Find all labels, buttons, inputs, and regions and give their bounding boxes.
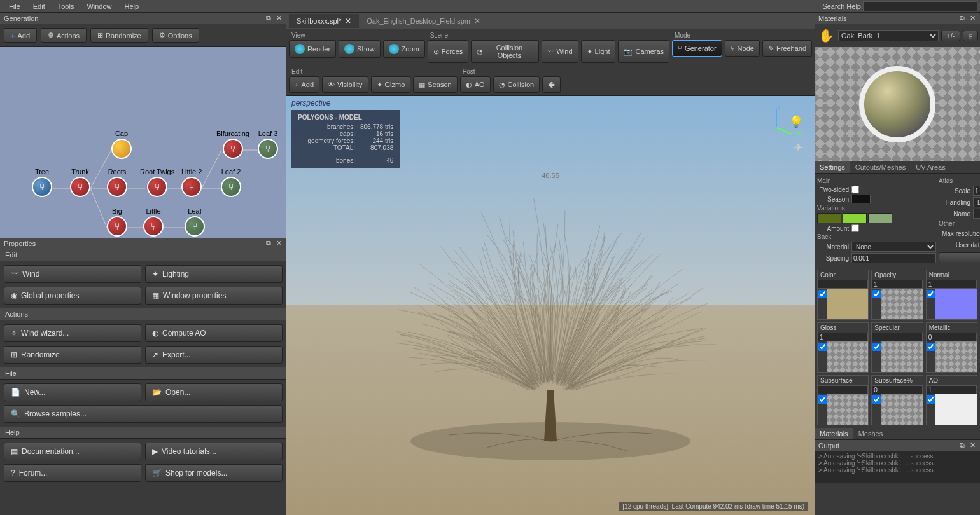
node-leaf3[interactable]: Leaf 3⑂ (258, 130, 278, 159)
map-slot-normal[interactable]: Normal1 (926, 270, 977, 320)
map-value[interactable] (818, 385, 868, 394)
light-button[interactable]: ✦Light (581, 40, 616, 63)
node-graph[interactable]: Tree⑂Trunk⑂Cap⑂Roots⑂Root Twigs⑂Little 2… (0, 47, 286, 238)
close-icon[interactable]: ✕ (345, 17, 351, 25)
randomize-button[interactable]: ⊞Randomize (4, 346, 141, 364)
viewport[interactable]: perspective POLYGONS - MODEL branches:80… (286, 96, 815, 515)
shop-button[interactable]: 🛒Shop for models... (145, 464, 283, 482)
tab-materials[interactable]: Materials (815, 428, 853, 439)
tutorials-button[interactable]: ▶Video tutorials... (145, 443, 283, 460)
map-slot-metallic[interactable]: Metallic0 (926, 322, 977, 373)
map-slot-subsurface[interactable]: Subsurface%0 (871, 375, 923, 425)
tab-file-1[interactable]: Skillboxxx.spl*✕ (289, 14, 359, 28)
generator-mode-button[interactable]: ⑂Generator (672, 40, 722, 57)
visibility-button[interactable]: 👁Visibility (322, 76, 368, 93)
season-swatch[interactable] (851, 195, 871, 203)
browse-samples-button[interactable]: 🔍Browse samples... (4, 405, 283, 423)
map-enable-checkbox[interactable] (927, 290, 935, 298)
back-spacing-input[interactable] (851, 253, 936, 263)
tab-settings[interactable]: Settings (815, 161, 850, 173)
season-button[interactable]: ▦Season (413, 76, 457, 93)
make-new-set-button[interactable]: Make New Set... (939, 252, 980, 263)
freehand-mode-button[interactable]: ✎Freehand (762, 40, 812, 57)
documentation-button[interactable]: ▤Documentation... (4, 443, 141, 460)
node-little2[interactable]: Little 2⑂ (181, 168, 202, 197)
handling-select[interactable]: Default (973, 197, 980, 207)
global-props-button[interactable]: ◉Global properties (4, 287, 141, 305)
actions-button[interactable]: ⚙Actions (41, 28, 87, 43)
menu-help[interactable]: Help (118, 1, 146, 11)
open-button[interactable]: 📂Open... (145, 383, 283, 401)
show-button[interactable]: Show (339, 40, 381, 58)
map-value[interactable]: 0 (872, 385, 922, 394)
material-select[interactable]: Oak_Bark_1 (838, 30, 939, 41)
map-enable-checkbox[interactable] (927, 343, 935, 351)
map-enable-checkbox[interactable] (818, 395, 827, 404)
menu-edit[interactable]: Edit (27, 1, 52, 11)
variation-swatch-1[interactable] (843, 213, 867, 223)
menu-file[interactable]: File (3, 1, 27, 11)
node-roots[interactable]: Roots⑂ (107, 168, 127, 197)
map-value[interactable]: 0 (927, 333, 977, 341)
add-button[interactable]: +Add (4, 28, 37, 43)
close-icon[interactable]: ✕ (474, 17, 480, 25)
node-big[interactable]: Big⑂ (107, 207, 127, 237)
undock-icon[interactable]: ⧉ (958, 442, 966, 450)
amount-checkbox[interactable] (851, 224, 859, 232)
variation-swatch-2[interactable] (868, 213, 892, 223)
map-enable-checkbox[interactable] (818, 343, 827, 351)
twosided-checkbox[interactable] (851, 186, 859, 193)
ao-button[interactable]: ◐AO (460, 76, 491, 93)
window-props-button[interactable]: ▦Window properties (145, 287, 283, 305)
compute-ao-button[interactable]: ◐Compute AO (145, 324, 283, 342)
close-icon[interactable]: ✕ (275, 15, 283, 22)
zoom-button[interactable]: Zoom (383, 40, 425, 58)
randomize-button[interactable]: ⊞Randomize (90, 28, 148, 43)
lighting-button[interactable]: ✦Lighting (145, 265, 283, 283)
map-slot-opacity[interactable]: Opacity1 (871, 270, 923, 320)
map-slot-subsurface[interactable]: Subsurface (817, 375, 869, 425)
forces-button[interactable]: ⊙Forces (428, 40, 469, 63)
map-slot-specular[interactable]: Specular (871, 322, 923, 373)
node-bifurcating[interactable]: Bifurcating⑂ (216, 130, 249, 159)
map-enable-checkbox[interactable] (818, 290, 827, 298)
node-mode-button[interactable]: ⑂Node (725, 40, 760, 57)
cameras-button[interactable]: 📷Cameras (618, 40, 669, 63)
node-cap[interactable]: Cap⑂ (111, 130, 132, 159)
map-enable-checkbox[interactable] (872, 290, 881, 298)
new-button[interactable]: 📄New... (4, 383, 141, 401)
map-enable-checkbox[interactable] (872, 343, 881, 351)
tab-file-2[interactable]: Oak_English_Desktop_Field.spm✕ (359, 14, 488, 28)
export-button[interactable]: ↗Export... (145, 346, 283, 364)
map-value[interactable]: 1 (872, 280, 922, 289)
map-value[interactable]: 1 (927, 280, 977, 289)
close-icon[interactable]: ✕ (275, 240, 283, 247)
menu-tools[interactable]: Tools (52, 1, 81, 11)
camera-gizmo-icon[interactable]: ✈ (794, 141, 803, 154)
forum-button[interactable]: ?Forum... (4, 464, 141, 482)
node-little[interactable]: Little⑂ (143, 207, 164, 237)
node-roottwigs[interactable]: Root Twigs⑂ (140, 168, 174, 197)
scale-input[interactable] (973, 186, 980, 196)
tab-cutouts[interactable]: Cutouts/Meshes (850, 161, 911, 173)
light-gizmo-icon[interactable]: 💡 (789, 115, 803, 129)
gizmo-button[interactable]: ✦Gizmo (371, 76, 411, 93)
map-value[interactable]: 1 (927, 385, 977, 394)
back-button[interactable]: 🡸 (542, 76, 561, 93)
wind-wizard-button[interactable]: ✧Wind wizard... (4, 324, 141, 342)
add-gen-button[interactable]: +Add (289, 76, 319, 93)
collision-objects-button[interactable]: ◔Collision Objects (471, 40, 538, 63)
menu-window[interactable]: Window (80, 1, 118, 11)
render-button[interactable]: Render (289, 40, 336, 58)
options-button[interactable]: ⚙Options (152, 28, 199, 43)
map-value[interactable] (818, 280, 868, 289)
map-value[interactable] (872, 333, 922, 341)
add-material-button[interactable]: +/- (941, 31, 960, 41)
undock-icon[interactable]: ⧉ (265, 15, 272, 22)
map-enable-checkbox[interactable] (927, 395, 935, 404)
map-enable-checkbox[interactable] (872, 395, 881, 404)
node-leaf[interactable]: Leaf⑂ (185, 207, 205, 237)
search-help-input[interactable] (863, 1, 977, 11)
node-trunk[interactable]: Trunk⑂ (70, 168, 90, 197)
grab-icon[interactable]: ✋ (816, 26, 836, 45)
